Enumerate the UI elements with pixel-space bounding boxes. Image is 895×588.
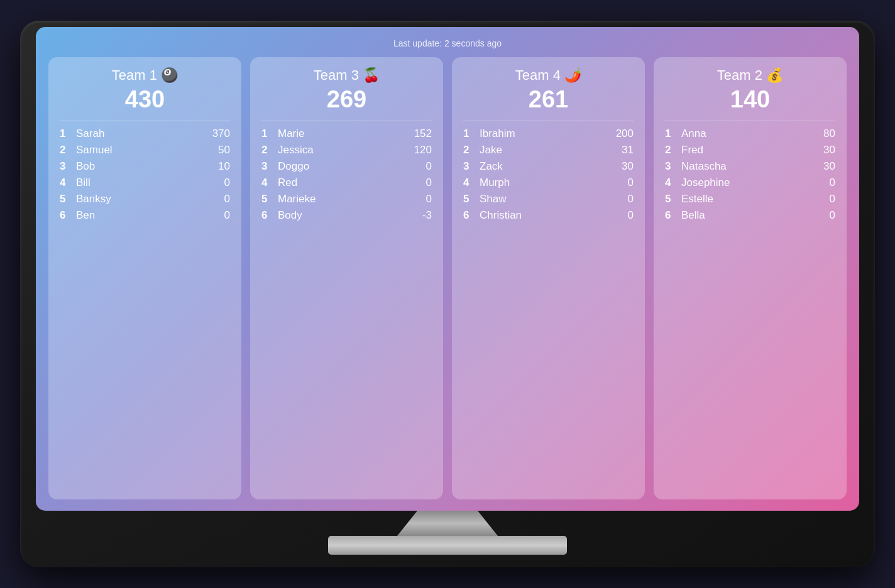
player-points: 370 [205,128,230,140]
team-card-team1: Team 1 🎱4301Sarah3702Samuel503Bob104Bill… [48,57,241,499]
player-name: Bob [74,160,205,173]
team-card-team4: Team 4 🌶️2611Ibrahim2002Jake313Zack304Mu… [452,57,645,499]
player-points: 10 [205,160,230,173]
tv-screen: Last update: 2 seconds ago Team 1 🎱4301S… [36,27,859,511]
team-score-team3: 269 [261,86,432,113]
player-row: 2Jessica120 [261,144,432,156]
player-name: Josephine [679,177,810,189]
player-rank: 5 [261,193,275,205]
player-row: 6Body-3 [261,209,432,222]
divider [60,121,230,121]
player-rank: 1 [261,128,275,140]
player-points: 0 [407,193,432,205]
player-rank: 2 [60,144,74,156]
player-name: Ibrahim [477,128,608,140]
player-points: 0 [407,177,432,189]
player-points: 30 [810,160,835,173]
player-list-team1: 1Sarah3702Samuel503Bob104Bill05Banksy06B… [60,128,230,222]
player-name: Marieke [275,193,407,205]
player-name: Murph [477,177,608,189]
player-rank: 1 [60,128,74,140]
player-name: Anna [679,128,810,140]
player-name: Christian [477,209,608,222]
divider [261,121,432,121]
player-list-team3: 1Marie1522Jessica1203Doggo04Red05Marieke… [261,128,432,222]
team-score-team2: 140 [665,86,835,113]
player-points: 0 [205,209,230,222]
player-row: 5Marieke0 [261,193,432,205]
player-points: 30 [810,144,835,156]
player-row: 6Christian0 [463,209,634,222]
player-row: 1Marie152 [261,128,432,140]
player-rank: 4 [261,177,275,189]
player-rank: 6 [261,209,275,222]
player-points: 0 [810,209,835,222]
team-card-team3: Team 3 🍒2691Marie1522Jessica1203Doggo04R… [250,57,443,499]
player-points: 0 [205,193,230,205]
player-rank: 5 [463,193,477,205]
player-points: 152 [407,128,432,140]
team-score-team1: 430 [60,86,230,113]
player-list-team2: 1Anna802Fred303Natascha304Josephine05Est… [665,128,835,222]
player-name: Fred [679,144,810,156]
player-points: 31 [608,144,634,156]
tv-stand-base [328,536,567,555]
player-points: 0 [407,160,432,173]
player-rank: 1 [463,128,477,140]
player-rank: 3 [463,160,477,173]
player-name: Natascha [679,160,810,173]
player-rank: 3 [665,160,679,173]
player-row: 2Samuel50 [60,144,230,156]
player-row: 1Ibrahim200 [463,128,634,140]
player-points: 30 [608,160,634,173]
player-row: 5Estelle0 [665,193,835,205]
player-rank: 6 [665,209,679,222]
player-points: 80 [810,128,835,140]
team-name-team1: Team 1 🎱 [60,67,230,84]
last-update: Last update: 2 seconds ago [393,38,502,48]
team-score-team4: 261 [463,86,634,113]
player-row: 4Josephine0 [665,177,835,189]
player-name: Jessica [275,144,407,156]
player-row: 5Banksy0 [60,193,230,205]
player-name: Red [275,177,407,189]
player-row: 4Red0 [261,177,432,189]
player-points: 0 [810,193,835,205]
player-name: Ben [74,209,205,222]
teams-grid: Team 1 🎱4301Sarah3702Samuel503Bob104Bill… [48,57,847,499]
player-name: Bella [679,209,810,222]
player-name: Estelle [679,193,810,205]
player-name: Shaw [477,193,608,205]
player-name: Banksy [74,193,205,205]
tv-frame: Last update: 2 seconds ago Team 1 🎱4301S… [20,21,875,567]
player-points: 0 [205,177,230,189]
player-row: 3Bob10 [60,160,230,173]
player-points: 0 [810,177,835,189]
player-name: Bill [74,177,205,189]
team-card-team2: Team 2 💰1401Anna802Fred303Natascha304Jos… [654,57,847,499]
player-rank: 1 [665,128,679,140]
player-name: Body [275,209,407,222]
player-row: 3Doggo0 [261,160,432,173]
team-name-team2: Team 2 💰 [665,67,835,84]
player-rank: 2 [665,144,679,156]
player-points: 0 [608,209,634,222]
player-row: 1Anna80 [665,128,835,140]
player-row: 4Murph0 [463,177,634,189]
team-name-team4: Team 4 🌶️ [463,67,634,84]
player-rank: 3 [60,160,74,173]
player-row: 3Natascha30 [665,160,835,173]
player-row: 1Sarah370 [60,128,230,140]
player-rank: 4 [60,177,74,189]
player-row: 4Bill0 [60,177,230,189]
team-name-team3: Team 3 🍒 [261,67,432,84]
player-points: 120 [407,144,432,156]
player-row: 6Ben0 [60,209,230,222]
player-name: Samuel [74,144,205,156]
player-points: 0 [608,177,634,189]
player-row: 6Bella0 [665,209,835,222]
player-rank: 2 [261,144,275,156]
player-row: 3Zack30 [463,160,634,173]
player-row: 5Shaw0 [463,193,634,205]
player-name: Marie [275,128,407,140]
